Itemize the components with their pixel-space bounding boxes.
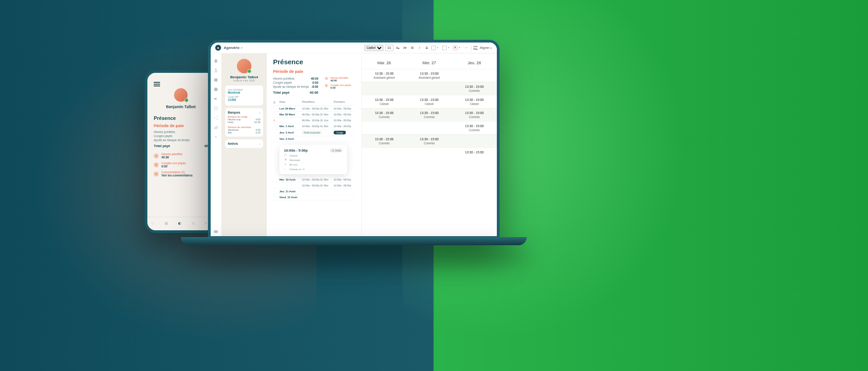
align-dropdown[interactable]: Aligner ▾ [480,46,492,49]
spreadsheet-cell[interactable] [362,148,407,157]
svg-rect-1 [214,78,217,81]
clock-icon: ◷ [154,153,159,158]
bold-button[interactable]: G [410,46,415,49]
side-stat: ◷Heures planifiés40:00 [325,76,355,82]
spreadsheet-cell[interactable]: 13:30 - 15:00Commis [407,109,452,121]
spreadsheet-cell[interactable] [452,135,497,147]
format-toolbar: Calibri A▴ A▾ G I S A ⋯ Aligner ▾ [362,43,497,53]
sidebar-nav [211,53,222,236]
more-button[interactable]: ⋯ [464,46,469,50]
spreadsheet-cell[interactable] [407,148,452,157]
shift-duration: ◷ 7h30 [330,148,343,152]
chart-icon[interactable] [213,124,218,128]
table-row[interactable]: 10:00a - 03:00p 31 30m10:00a - 05:00p [273,183,355,189]
spreadsheet-panel: Calibri A▴ A▾ G I S A ⋯ Aligner ▾ Mar. 2… [361,53,497,236]
table-row[interactable]: Mer. 10 Août10:00a - 03:00p 31 30m10:00a… [273,177,355,183]
laptop-mockup: a Agendrix▾ Benjamin Talbot Invité le 4 … [208,40,500,239]
side-stat: $Congés non payés0:00 [325,84,355,89]
share-icon[interactable] [213,114,218,119]
status-badge [247,69,251,73]
avatar [237,59,251,73]
card-icon[interactable] [213,228,218,233]
home-icon[interactable]: ⌂ [151,221,157,227]
spreadsheet-cell[interactable]: 13:30 - 15:00Commis [407,135,452,147]
table-row[interactable]: Lun 29 Mars10:00a - 03:00p 31 30m10:00a … [273,106,355,112]
spreadsheet-cell[interactable]: 13:30 - 15:00Commis [362,109,407,121]
phone-total: Total payé40 [147,142,214,148]
spreadsheet-cell[interactable]: 13:30 - 15:00Caisse [362,95,407,108]
spreadsheet-cell[interactable] [362,82,407,95]
page-title: Présence [273,58,355,66]
app-logo[interactable]: a [215,45,221,51]
svg-rect-9 [217,126,217,129]
font-color-button[interactable]: A [453,46,458,50]
spreadsheet-cell[interactable]: 13:30 - 15:00Assistant-gérant [407,69,452,82]
spreadsheet-cell[interactable] [407,82,452,95]
laptop-base [181,237,527,245]
users-icon[interactable] [213,67,218,71]
border-button[interactable] [431,46,436,50]
calendar-icon[interactable]: ▦ [165,221,170,227]
strike-button[interactable]: S [424,46,429,49]
table-row[interactable]: Mer. 1 Avril10:00a - 03:00p 31 30m10:00a… [273,124,355,129]
font-grow-icon[interactable]: A▴ [395,46,401,50]
table-row[interactable]: Jeu. 2 AvrilToute la journéeCongé [273,129,355,136]
clock-icon[interactable] [213,86,218,90]
spreadsheet-cell[interactable] [452,69,497,82]
clock-icon: ◷ [325,76,328,80]
svg-point-0 [215,69,217,71]
italic-button[interactable]: I [417,46,422,49]
summary-row: Congés payés0:00 [273,81,318,85]
phone-tabbar: ⌂ ▦ ◐ ☑ ≡ [147,217,214,230]
dollar-icon: $ [154,162,159,167]
fill-color-button[interactable] [442,46,447,50]
phone-row: Congés payés [147,134,214,138]
table-row[interactable]: Vend. 12 Août [273,195,355,200]
hamburger-icon[interactable] [154,82,160,83]
dollar-icon: $ [325,84,328,87]
table-row[interactable]: ⚠06:00a - 10:00p 31 11m10:00a - 05:00p [273,118,355,124]
spreadsheet-cell[interactable]: 13:30 - 15:00Commis [452,82,497,95]
summary-total: Total payé40:00 [273,89,318,95]
main-panel: Présence Période de paie Heures pointées… [267,53,361,236]
spreadsheet-header: Mar. 26 Mer. 27 Jeu. 28 [362,53,497,69]
spreadsheet-cell[interactable]: 13:30 - 15:00Commis [362,135,407,147]
calendar-icon[interactable] [213,76,218,81]
megaphone-icon[interactable] [213,95,218,100]
person-name: Benjamin Talbot [154,105,208,109]
phone-mockup: Benjamin Talbot Présence Période de paie… [145,70,217,233]
till-icon: ⌂ [284,167,287,171]
align-icon[interactable] [473,46,478,50]
spreadsheet-cell[interactable] [407,122,452,134]
table-row[interactable]: Jeu. 11 Août [273,189,355,195]
status-badge [184,98,189,102]
font-select[interactable]: Calibri [364,45,383,51]
presence-icon[interactable]: ◐ [178,221,184,227]
spreadsheet-cell[interactable]: 13:30 - 15:00Caisse [407,95,452,108]
tag-icon: 🏷 [284,154,287,157]
phone-row: Heures pointées [147,130,214,134]
summary-row: Ajouté au banque de temps-8:00 [273,85,318,89]
table-row[interactable]: Mar 30 Mars06:00a - 02:00p 31 30m10:00a … [273,112,355,118]
check-icon[interactable]: ☑ [192,221,197,227]
profile-invited: Invité le 4 fév. 2020 [225,79,263,82]
spreadsheet-cell[interactable] [362,122,407,134]
target-icon[interactable] [213,105,218,109]
banques-header[interactable]: Banques› [228,111,260,114]
brand-dropdown[interactable]: Agendrix▾ [224,46,242,50]
table-row[interactable]: Ven. 3 Avril [273,136,355,142]
font-shrink-icon[interactable]: A▾ [402,46,408,50]
spreadsheet-cell[interactable]: 13:30 - 15:00Assistant-gérant [362,69,407,82]
home-icon[interactable] [213,57,218,62]
pause-icon: ⏸ [284,163,287,166]
spreadsheet-cell[interactable]: 13:30 - 15:00Commis [452,109,497,121]
nethris-card[interactable]: Nethris› [225,139,263,148]
profile-panel: Benjamin Talbot Invité le 4 fév. 2020 Li… [222,53,267,236]
phone-card[interactable]: ✉Commentaires (2)Voir les commentaires [147,169,214,178]
spreadsheet-cell[interactable]: 13:30 - 15:00Commis [452,122,497,134]
spreadsheet-cell[interactable]: 13:30 - 15:00Caisse [452,95,497,108]
spreadsheet-cell[interactable]: 13:30 - 15:00 [452,148,497,157]
profile-name: Benjamin Talbot [225,75,263,79]
gear-icon[interactable] [213,133,218,138]
font-size-input[interactable] [385,45,393,51]
